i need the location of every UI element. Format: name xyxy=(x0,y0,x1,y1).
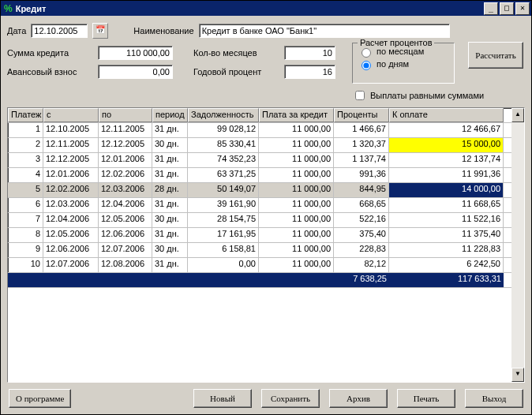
cell[interactable]: 8 xyxy=(8,228,43,242)
cell[interactable]: 6 158,81 xyxy=(188,243,259,257)
cell[interactable]: 12.04.2006 xyxy=(99,198,152,212)
radio-months[interactable] xyxy=(362,48,371,58)
cell[interactable]: 228,83 xyxy=(334,243,389,257)
cell[interactable]: 11 228,83 xyxy=(389,243,504,257)
col-header[interactable]: Плата за кредит xyxy=(259,108,334,122)
col-header[interactable]: Проценты xyxy=(334,108,389,122)
about-button[interactable]: О программе xyxy=(9,389,71,408)
cell[interactable]: 11 000,00 xyxy=(259,213,334,227)
cell[interactable]: 4 xyxy=(8,168,43,182)
table-row[interactable]: 812.05.200612.06.200631 дн.17 161,9511 0… xyxy=(8,228,511,243)
cell[interactable]: 15 000,00 xyxy=(389,138,504,152)
vertical-scrollbar[interactable]: ▲ ▼ xyxy=(511,108,524,382)
cell[interactable]: 11 375,40 xyxy=(389,228,504,242)
scroll-up-icon[interactable]: ▲ xyxy=(511,108,524,122)
cell[interactable]: 39 161,90 xyxy=(188,198,259,212)
cell[interactable]: 10 xyxy=(8,258,43,272)
cell[interactable]: 11 522,16 xyxy=(389,213,504,227)
table-row[interactable]: 512.02.200612.03.200628 дн.50 149,0711 0… xyxy=(8,183,511,198)
cell[interactable]: 7 xyxy=(8,213,43,227)
col-header[interactable]: Задолженность xyxy=(188,108,259,122)
cell[interactable]: 30 дн. xyxy=(152,138,188,152)
cell[interactable]: 12.08.2006 xyxy=(99,258,152,272)
cell[interactable]: 375,40 xyxy=(334,228,389,242)
table-row[interactable]: 612.03.200612.04.200631 дн.39 161,9011 0… xyxy=(8,198,511,213)
save-button[interactable]: Сохранить xyxy=(261,389,320,408)
cell[interactable]: 12.07.2006 xyxy=(99,243,152,257)
cell[interactable]: 1 466,67 xyxy=(334,123,389,137)
calculate-button[interactable]: Рассчитать xyxy=(468,42,523,69)
cell[interactable]: 12.06.2006 xyxy=(43,243,99,257)
cell[interactable]: 12.12.2005 xyxy=(99,138,152,152)
col-header[interactable]: по xyxy=(99,108,152,122)
cell[interactable]: 30 дн. xyxy=(152,213,188,227)
cell[interactable]: 31 дн. xyxy=(152,258,188,272)
cell[interactable]: 12.06.2006 xyxy=(99,228,152,242)
cell[interactable]: 11 000,00 xyxy=(259,243,334,257)
table-row[interactable]: 112.10.200512.11.200531 дн.99 028,1211 0… xyxy=(8,123,511,138)
maximize-button[interactable]: □ xyxy=(500,2,514,15)
cell[interactable]: 30 дн. xyxy=(152,243,188,257)
table-row[interactable]: 712.04.200612.05.200630 дн.28 154,7511 0… xyxy=(8,213,511,228)
cell[interactable]: 12 466,67 xyxy=(389,123,504,137)
close-button[interactable]: ✕ xyxy=(515,2,530,15)
cell[interactable]: 11 000,00 xyxy=(259,168,334,182)
cell[interactable]: 6 xyxy=(8,198,43,212)
minimize-button[interactable]: _ xyxy=(484,2,498,15)
col-header[interactable]: с xyxy=(43,108,99,122)
cell[interactable]: 11 000,00 xyxy=(259,198,334,212)
cell[interactable]: 12.12.2005 xyxy=(43,153,99,167)
equal-payments-checkbox[interactable] xyxy=(355,91,365,100)
table-row[interactable]: 412.01.200612.02.200631 дн.63 371,2511 0… xyxy=(8,168,511,183)
cell[interactable]: 12.10.2005 xyxy=(43,123,99,137)
cell[interactable]: 31 дн. xyxy=(152,198,188,212)
cell[interactable]: 12.05.2006 xyxy=(99,213,152,227)
cell[interactable]: 11 000,00 xyxy=(259,258,334,272)
cell[interactable]: 12.01.2006 xyxy=(99,153,152,167)
advance-input[interactable] xyxy=(98,65,173,79)
cell[interactable]: 12.04.2006 xyxy=(43,213,99,227)
cell[interactable]: 12.02.2006 xyxy=(99,168,152,182)
cell[interactable]: 0,00 xyxy=(188,258,259,272)
cell[interactable]: 1 320,37 xyxy=(334,138,389,152)
col-header[interactable]: К оплате xyxy=(389,108,504,122)
cell[interactable]: 522,16 xyxy=(334,213,389,227)
cell[interactable]: 12.11.2005 xyxy=(43,138,99,152)
cell[interactable]: 12.01.2006 xyxy=(43,168,99,182)
cell[interactable]: 11 991,36 xyxy=(389,168,504,182)
amount-input[interactable] xyxy=(98,46,173,60)
cell[interactable]: 99 028,12 xyxy=(188,123,259,137)
scroll-down-icon[interactable]: ▼ xyxy=(511,368,524,382)
cell[interactable]: 1 137,74 xyxy=(334,153,389,167)
cell[interactable]: 3 xyxy=(8,153,43,167)
cell[interactable]: 12.11.2005 xyxy=(99,123,152,137)
cell[interactable]: 6 242,50 xyxy=(389,258,504,272)
cell[interactable]: 5 xyxy=(8,183,43,197)
col-header[interactable]: период xyxy=(152,108,188,122)
cell[interactable]: 9 xyxy=(8,243,43,257)
cell[interactable]: 31 дн. xyxy=(152,123,188,137)
cell[interactable]: 31 дн. xyxy=(152,168,188,182)
cell[interactable]: 12.05.2006 xyxy=(43,228,99,242)
cell[interactable]: 11 000,00 xyxy=(259,138,334,152)
col-header[interactable]: Платеж xyxy=(8,108,43,122)
cell[interactable]: 50 149,07 xyxy=(188,183,259,197)
table-row[interactable]: 912.06.200612.07.200630 дн.6 158,8111 00… xyxy=(8,243,511,258)
name-input[interactable] xyxy=(199,24,450,38)
cell[interactable]: 2 xyxy=(8,138,43,152)
cell[interactable]: 11 000,00 xyxy=(259,228,334,242)
table-row[interactable]: 212.11.200512.12.200530 дн.85 330,4111 0… xyxy=(8,138,511,153)
radio-days[interactable] xyxy=(362,61,371,70)
rate-input[interactable] xyxy=(284,65,335,79)
months-input[interactable] xyxy=(284,46,335,60)
new-button[interactable]: Новый xyxy=(193,389,252,408)
cell[interactable]: 1 xyxy=(8,123,43,137)
cell[interactable]: 12.03.2006 xyxy=(43,198,99,212)
cell[interactable]: 12.03.2006 xyxy=(99,183,152,197)
cell[interactable]: 844,95 xyxy=(334,183,389,197)
cell[interactable]: 28 дн. xyxy=(152,183,188,197)
cell[interactable]: 668,65 xyxy=(334,198,389,212)
cell[interactable]: 11 668,65 xyxy=(389,198,504,212)
cell[interactable]: 11 000,00 xyxy=(259,183,334,197)
calendar-icon[interactable]: 📅 xyxy=(92,23,108,39)
